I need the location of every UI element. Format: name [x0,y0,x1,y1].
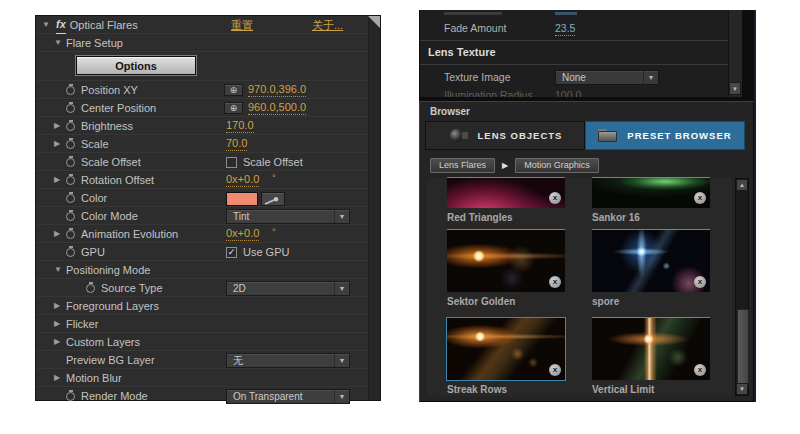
crosshair-button[interactable]: ⊕ [224,102,243,114]
color-swatch[interactable] [226,192,258,206]
preset-cell[interactable]: x Vertical Limit [592,318,710,396]
stopwatch-icon[interactable] [66,174,76,185]
texture-image-dropdown[interactable]: None ▼ [555,70,659,85]
preset-cell-selected[interactable]: x Streak Rows [447,318,565,396]
close-icon[interactable]: x [549,276,561,288]
param-row-color[interactable]: Color [36,189,368,207]
chevron-right-icon[interactable]: ▶ [54,135,66,153]
chevron-right-icon[interactable]: ▶ [54,117,66,135]
options-button[interactable]: Options [76,56,196,75]
preset-thumbnail[interactable]: x [592,178,710,208]
param-row-color-mode[interactable]: Color Mode Tint ▼ [36,207,368,225]
stopwatch-icon[interactable] [66,192,76,203]
preset-cell[interactable]: x Red Triangles [447,178,565,224]
stopwatch-icon[interactable] [66,156,76,167]
about-link[interactable]: 关于... [312,16,343,34]
chevron-right-icon[interactable]: ▶ [54,333,66,351]
chevron-right-icon[interactable]: ▶ [54,171,66,189]
group-flare-setup[interactable]: ▼ Flare Setup [36,34,368,52]
stopwatch-icon[interactable] [66,102,76,113]
param-value[interactable]: 960.0,500.0 [248,99,306,115]
preset-thumbnail[interactable]: x [447,230,565,292]
stopwatch-icon[interactable] [66,210,76,221]
param-row-rotation-offset[interactable]: ▶ Rotation Offset 0x+0.0 ° [36,171,368,189]
chevron-down-icon[interactable]: ▼ [54,261,66,279]
stopwatch-icon[interactable] [66,246,76,257]
param-row-animation-evolution[interactable]: ▶ Animation Evolution 0x+0.0 ° [36,225,368,243]
param-row-preview-bg-layer[interactable]: Preview BG Layer 无 ▼ [36,351,368,369]
param-row-position-xy[interactable]: Position XY ⊕ 970.0,396.0 [36,81,368,99]
stopwatch-icon[interactable] [66,390,76,401]
param-value[interactable]: 23.5 [555,20,575,36]
param-row-source-type[interactable]: Source Type 2D ▼ [36,279,368,297]
preset-cell[interactable]: x Sektor Golden [447,230,565,308]
chevron-right-icon[interactable]: ▶ [54,225,66,243]
param-row-render-mode[interactable]: Render Mode On Transparent ▼ [36,387,368,405]
close-icon[interactable]: x [694,364,706,376]
panel-resize-corner[interactable] [368,16,380,28]
param-value[interactable]: 0x+0.0 [226,171,259,187]
group-positioning-mode[interactable]: ▼ Positioning Mode [36,261,368,279]
group-foreground-layers[interactable]: ▶ Foreground Layers [36,297,368,315]
preview-bg-layer-dropdown[interactable]: 无 ▼ [226,353,350,368]
param-row-gpu[interactable]: GPU ✓ Use GPU [36,243,368,261]
param-value[interactable]: 70.0 [226,135,247,151]
effect-panel-scrollbar[interactable] [368,16,380,400]
preset-thumbnail[interactable]: x [447,178,565,208]
preset-cell[interactable]: x Sankor 16 [592,178,710,224]
group-label: Foreground Layers [66,297,159,315]
chevron-down-icon[interactable]: ▼ [42,16,54,34]
group-custom-layers[interactable]: ▶ Custom Layers [36,333,368,351]
preset-thumbnail[interactable]: x [592,230,710,292]
preset-thumbnail[interactable]: x [447,318,565,380]
effect-header-row[interactable]: ▼ fx Optical Flares 重置 关于... [36,16,368,34]
chevron-down-icon: ▼ [334,390,349,403]
color-mode-dropdown[interactable]: Tint ▼ [226,209,350,224]
scrollbar-thumb[interactable] [737,309,749,386]
stopwatch-icon[interactable] [86,282,96,293]
stopwatch-icon[interactable] [66,138,76,149]
chevron-down-icon[interactable]: ▼ [54,34,66,52]
preset-cell[interactable]: x spore [592,230,710,308]
param-row-scale-offset[interactable]: Scale Offset Scale Offset [36,153,368,171]
tab-preset-browser[interactable]: PRESET BROWSER [585,121,745,150]
scale-offset-checkbox[interactable] [226,157,237,168]
param-value[interactable]: 970.0,396.0 [248,81,306,97]
param-row-texture-image[interactable]: Texture Image None ▼ [420,68,742,86]
source-type-dropdown[interactable]: 2D ▼ [226,281,350,296]
tab-lens-objects[interactable]: LENS OBJECTS [425,121,585,150]
degree-unit: ° [272,223,276,241]
param-row-brightness[interactable]: ▶ Brightness 170.0 [36,117,368,135]
param-value[interactable]: 170.0 [226,117,254,133]
eyedropper-button[interactable] [261,192,285,206]
breadcrumb-item-lens-flares[interactable]: Lens Flares [430,158,495,173]
group-motion-blur[interactable]: ▶ Motion Blur [36,369,368,387]
close-icon[interactable]: x [549,192,561,204]
param-value[interactable]: 0x+0.0 [226,225,259,241]
chevron-right-icon[interactable]: ▶ [54,297,66,315]
browser-scrollbar[interactable]: ▲ ▼ [735,178,749,396]
breadcrumb-item-motion-graphics[interactable]: Motion Graphics [515,158,599,173]
scroll-down-button[interactable]: ▼ [729,82,741,95]
preset-name: spore [592,296,710,308]
use-gpu-checkbox[interactable]: ✓ [226,247,237,258]
param-row-scale[interactable]: ▶ Scale 70.0 [36,135,368,153]
close-icon[interactable]: x [694,276,706,288]
close-icon[interactable]: x [549,364,561,376]
crosshair-button[interactable]: ⊕ [224,84,243,96]
stopwatch-icon[interactable] [66,84,76,95]
stopwatch-icon[interactable] [66,120,76,131]
preset-thumbnail[interactable]: x [592,318,710,380]
param-row-center-position[interactable]: Center Position ⊕ 960.0,500.0 [36,99,368,117]
reset-link[interactable]: 重置 [231,16,253,34]
scroll-up-button[interactable]: ▲ [736,179,748,191]
param-row-fade-amount[interactable]: Fade Amount 23.5 [420,19,742,37]
close-icon[interactable]: x [694,192,706,204]
group-flicker[interactable]: ▶ Flicker [36,315,368,333]
render-mode-dropdown[interactable]: On Transparent ▼ [226,389,350,404]
scroll-down-button[interactable]: ▼ [736,383,748,395]
chevron-right-icon[interactable]: ▶ [54,315,66,333]
chevron-right-icon[interactable]: ▶ [54,369,66,387]
settings-scrollbar[interactable]: ▼ [728,10,742,97]
stopwatch-icon[interactable] [66,228,76,239]
